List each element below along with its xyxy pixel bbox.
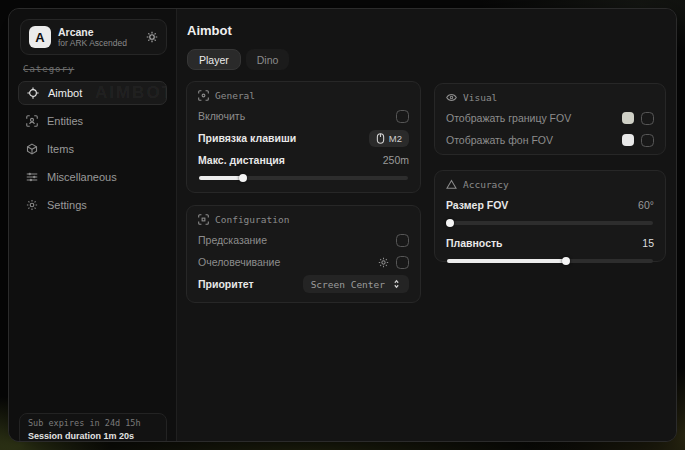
slider-thumb[interactable] bbox=[562, 257, 570, 265]
eye-icon bbox=[446, 92, 457, 103]
panel-title: Accuracy bbox=[463, 179, 509, 190]
panel-general: General Включить Привязка клавиши M2 bbox=[186, 81, 421, 193]
sub-expires-text: Sub expires in 24d 15h bbox=[28, 417, 158, 430]
triangle-icon bbox=[446, 179, 457, 190]
fov-size-value: 60° bbox=[638, 199, 654, 211]
crosshair-icon bbox=[27, 87, 39, 99]
panel-visual-header: Visual bbox=[446, 92, 654, 103]
prediction-checkbox[interactable] bbox=[396, 234, 409, 247]
fov-background-checkbox[interactable] bbox=[641, 134, 654, 147]
focus-frame-icon bbox=[198, 90, 209, 101]
fov-border-label: Отображать границу FOV bbox=[446, 112, 571, 124]
session-duration-text: Session duration 1m 20s bbox=[28, 430, 158, 442]
panel-visual: Visual Отображать границу FOV Отображать… bbox=[434, 83, 666, 155]
slider-fill bbox=[447, 221, 450, 225]
enable-checkbox[interactable] bbox=[396, 110, 409, 123]
fov-border-color-swatch[interactable] bbox=[622, 112, 634, 124]
panel-title: General bbox=[215, 90, 255, 101]
sidebar-item-miscellaneous[interactable]: Miscellaneous bbox=[18, 165, 167, 189]
category-label: Category bbox=[23, 64, 74, 74]
smoothness-label: Плавность bbox=[446, 237, 503, 249]
entities-icon bbox=[26, 115, 38, 127]
main-content: Aimbot Player Dino General Включить bbox=[177, 9, 676, 441]
tab-player[interactable]: Player bbox=[187, 49, 241, 70]
panel-general-header: General bbox=[198, 90, 409, 101]
smoothness-slider[interactable] bbox=[447, 259, 653, 263]
brand-title: Arcane bbox=[58, 26, 127, 38]
max-distance-value: 250m bbox=[383, 154, 409, 166]
aimbot-watermark: AIMBOT bbox=[95, 83, 167, 103]
fov-background-label: Отображать фон FOV bbox=[446, 134, 553, 146]
panel-title: Configuration bbox=[215, 214, 289, 225]
mouse-icon bbox=[376, 133, 385, 144]
panel-configuration: Configuration Предсказание Очеловечивани… bbox=[186, 205, 421, 303]
config-frame-icon bbox=[198, 214, 209, 225]
panel-title: Visual bbox=[463, 92, 497, 103]
smoothness-value: 15 bbox=[642, 237, 654, 249]
chevron-updown-icon bbox=[392, 279, 401, 289]
gear-icon[interactable] bbox=[146, 31, 158, 43]
session-status-card: Sub expires in 24d 15h Session duration … bbox=[19, 413, 167, 442]
sidebar-item-entities[interactable]: Entities bbox=[18, 109, 167, 133]
priority-select[interactable]: Screen Center bbox=[303, 275, 409, 293]
humanization-label: Очеловечивание bbox=[198, 256, 280, 268]
sidebar-item-label: Settings bbox=[47, 199, 87, 211]
sidebar-item-label: Miscellaneous bbox=[47, 171, 117, 183]
prediction-label: Предсказание bbox=[198, 234, 267, 246]
fov-size-slider[interactable] bbox=[447, 221, 653, 225]
fov-border-checkbox[interactable] bbox=[641, 112, 654, 125]
cube-icon bbox=[26, 143, 38, 155]
panel-accuracy-header: Accuracy bbox=[446, 179, 654, 190]
enable-label: Включить bbox=[198, 110, 245, 122]
tab-bar: Player Dino bbox=[187, 49, 289, 70]
brand-subtitle: for ARK Ascended bbox=[58, 38, 127, 49]
slider-fill bbox=[447, 259, 566, 263]
page-title: Aimbot bbox=[187, 23, 232, 38]
sidebar-item-items[interactable]: Items bbox=[18, 137, 167, 161]
app-window: A Arcane for ARK Ascended Category bbox=[8, 8, 677, 442]
sidebar-item-label: Items bbox=[47, 143, 74, 155]
panel-configuration-header: Configuration bbox=[198, 214, 409, 225]
fov-background-color-swatch[interactable] bbox=[622, 134, 634, 146]
brand-card: A Arcane for ARK Ascended bbox=[20, 19, 167, 55]
gear-icon[interactable] bbox=[378, 257, 389, 268]
gear-icon bbox=[26, 199, 38, 211]
sliders-icon bbox=[26, 171, 38, 183]
priority-value: Screen Center bbox=[311, 279, 385, 290]
keybind-value: M2 bbox=[389, 133, 402, 144]
priority-label: Приоритет bbox=[198, 278, 254, 290]
slider-fill bbox=[199, 176, 243, 180]
brand-logo: A bbox=[29, 26, 51, 48]
sidebar-item-label: Entities bbox=[47, 115, 83, 127]
slider-thumb[interactable] bbox=[446, 219, 454, 227]
sidebar-nav: Aimbot AIMBOT Entities Items bbox=[18, 81, 167, 217]
keybind-label: Привязка клавиши bbox=[198, 132, 296, 144]
max-distance-slider[interactable] bbox=[199, 176, 408, 180]
sidebar-item-settings[interactable]: Settings bbox=[18, 193, 167, 217]
slider-thumb[interactable] bbox=[239, 174, 247, 182]
sidebar: A Arcane for ARK Ascended Category bbox=[9, 9, 177, 441]
brand-text: Arcane for ARK Ascended bbox=[58, 26, 127, 49]
humanization-checkbox[interactable] bbox=[396, 256, 409, 269]
keybind-button[interactable]: M2 bbox=[369, 130, 409, 147]
sidebar-item-label: Aimbot bbox=[48, 87, 82, 99]
panel-accuracy: Accuracy Размер FOV 60° Плавность 15 bbox=[434, 170, 666, 262]
fov-size-label: Размер FOV bbox=[446, 199, 508, 211]
max-distance-label: Макс. дистанция bbox=[198, 154, 285, 166]
tab-dino[interactable]: Dino bbox=[246, 49, 290, 70]
sidebar-item-aimbot[interactable]: Aimbot AIMBOT bbox=[18, 81, 167, 105]
